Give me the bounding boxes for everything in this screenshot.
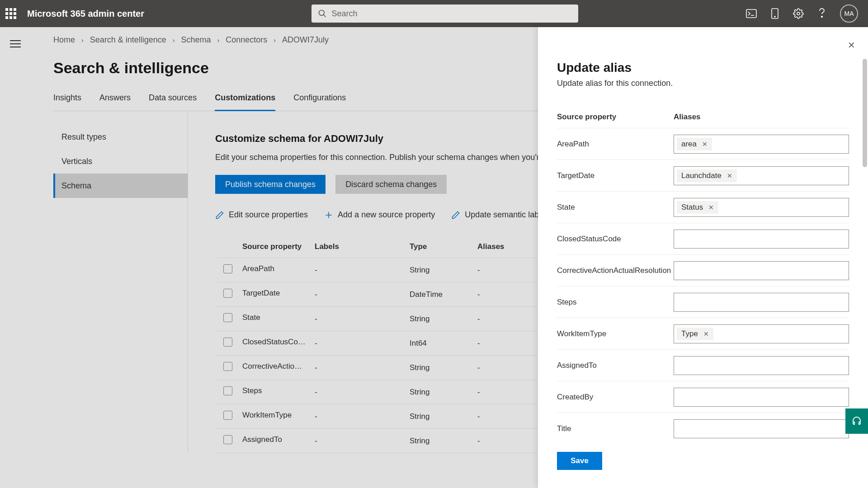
svg-rect-2: [746, 9, 756, 18]
alias-head: Source property Aliases: [557, 113, 849, 128]
alias-source-label: AssignedTo: [557, 361, 674, 370]
alias-source-label: Title: [557, 424, 674, 433]
alias-input[interactable]: [674, 419, 849, 438]
alias-input[interactable]: Launchdate✕: [674, 166, 849, 185]
alias-input[interactable]: [674, 293, 849, 312]
svg-point-5: [774, 16, 775, 17]
app-title: Microsoft 365 admin center: [27, 9, 144, 19]
svg-point-6: [797, 12, 800, 15]
alias-source-label: TargetDate: [557, 171, 674, 180]
alias-row: ClosedStatusCode: [557, 223, 849, 254]
alias-row: Title: [557, 413, 849, 443]
alias-row: StateStatus✕: [557, 191, 849, 223]
help-fab[interactable]: [845, 408, 868, 434]
alias-row: WorkItemTypeType✕: [557, 318, 849, 349]
alias-source-label: ClosedStatusCode: [557, 235, 674, 244]
alias-input[interactable]: Status✕: [674, 198, 849, 217]
alias-row: Steps: [557, 286, 849, 318]
svg-line-1: [324, 15, 326, 17]
svg-point-0: [319, 10, 325, 16]
alias-source-label: CreatedBy: [557, 393, 674, 402]
panel-desc: Update alias for this connection.: [557, 79, 849, 88]
avatar-initials: MA: [844, 10, 854, 17]
app-launcher-icon[interactable]: [5, 8, 16, 19]
alias-input[interactable]: [674, 388, 849, 407]
alias-row: TargetDateLaunchdate✕: [557, 160, 849, 191]
alias-source-label: CorrectiveActionActualResolution: [557, 266, 674, 275]
shell-icon[interactable]: [746, 8, 757, 19]
header-actions: MA: [746, 5, 863, 23]
avatar[interactable]: MA: [840, 5, 858, 23]
headset-icon: [851, 416, 862, 427]
alias-chip: Type✕: [677, 328, 713, 340]
panel-title: Update alias: [557, 61, 849, 75]
remove-chip-icon[interactable]: ✕: [703, 330, 709, 338]
head-source: Source property: [557, 113, 674, 122]
global-header: Microsoft 365 admin center Search MA: [0, 0, 868, 27]
alias-row: AssignedTo: [557, 349, 849, 381]
alias-input[interactable]: [674, 261, 849, 280]
alias-source-label: Steps: [557, 298, 674, 307]
search-input[interactable]: Search: [311, 5, 578, 23]
mobile-icon[interactable]: [769, 8, 780, 19]
svg-point-7: [821, 16, 822, 17]
alias-chip: area✕: [677, 138, 712, 150]
scrollbar[interactable]: [863, 59, 867, 167]
help-icon[interactable]: [816, 8, 827, 19]
search-placeholder: Search: [331, 9, 357, 19]
remove-chip-icon[interactable]: ✕: [727, 172, 732, 179]
head-aliases: Aliases: [674, 113, 701, 122]
search-wrap: Search: [144, 5, 746, 23]
alias-row: CreatedBy: [557, 381, 849, 413]
alias-source-label: State: [557, 203, 674, 212]
remove-chip-icon[interactable]: ✕: [708, 204, 714, 211]
panel-inner: Update alias Update alias for this conne…: [538, 27, 868, 443]
alias-row: AreaPatharea✕: [557, 128, 849, 160]
settings-icon[interactable]: [793, 8, 804, 19]
alias-input[interactable]: [674, 356, 849, 375]
alias-source-label: WorkItemType: [557, 329, 674, 338]
alias-chip: Status✕: [677, 201, 718, 214]
alias-row: CorrectiveActionActualResolution: [557, 254, 849, 286]
close-icon[interactable]: ✕: [848, 40, 855, 51]
save-button[interactable]: Save: [557, 452, 602, 470]
alias-input[interactable]: [674, 230, 849, 249]
alias-input[interactable]: area✕: [674, 135, 849, 154]
alias-chip: Launchdate✕: [677, 169, 737, 182]
search-icon: [318, 9, 327, 18]
alias-source-label: AreaPath: [557, 140, 674, 149]
alias-input[interactable]: Type✕: [674, 324, 849, 343]
panel-footer: Save: [538, 443, 868, 488]
remove-chip-icon[interactable]: ✕: [702, 141, 708, 148]
update-alias-panel: ✕ Update alias Update alias for this con…: [538, 27, 868, 488]
